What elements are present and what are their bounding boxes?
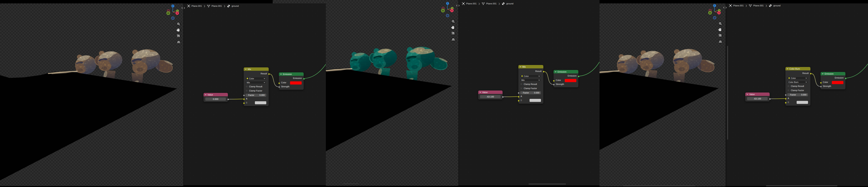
svg-text:X: X	[718, 12, 720, 14]
svg-text:Z: Z	[172, 5, 174, 7]
svg-text:X: X	[451, 9, 453, 12]
svg-text:Z: Z	[714, 4, 715, 7]
svg-text:Z: Z	[447, 2, 448, 4]
svg-text:X: X	[177, 12, 178, 14]
